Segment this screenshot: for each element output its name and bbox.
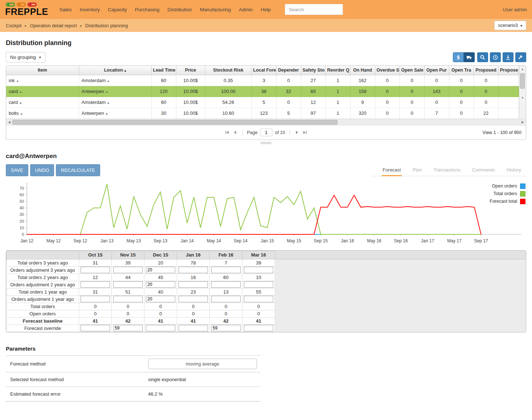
context-menu-caret-icon[interactable]: ▸	[108, 101, 110, 105]
grid-input-orders-adjustment-1-year-ago-mar-16[interactable]	[244, 296, 273, 302]
context-menu-caret-icon[interactable]: ▸	[106, 112, 108, 116]
column-header-open-pur[interactable]: Open Pur	[424, 66, 449, 75]
grid-input-orders-adjustment-2-years-ago-feb-16[interactable]	[211, 281, 241, 288]
context-menu-caret-icon[interactable]: ▸	[17, 79, 19, 83]
column-header-on-hand[interactable]: On Hand	[350, 66, 375, 75]
grid-month-header[interactable]: Nov 15	[112, 251, 144, 259]
search-input[interactable]	[285, 4, 343, 15]
nav-item-manufacturing[interactable]: Manufacturing	[196, 7, 235, 12]
grid-input-orders-adjustment-1-year-ago-feb-16[interactable]	[211, 296, 241, 302]
grid-input-orders-adjustment-1-year-ago-nov-15[interactable]	[113, 296, 143, 302]
scroll-right-icon[interactable]: ▶	[521, 121, 524, 124]
grid-input-orders-adjustment-2-years-ago-nov-15[interactable]	[113, 281, 143, 288]
grid-input-orders-adjustment-2-years-ago-mar-16[interactable]	[244, 281, 273, 288]
currency-button[interactable]: $	[453, 52, 464, 62]
tab-history[interactable]: History	[507, 167, 521, 173]
breadcrumb-item[interactable]: Cockpit	[6, 23, 21, 28]
grid-input-forecast-override-nov-15[interactable]	[113, 325, 143, 331]
context-menu-caret-icon[interactable]: ▸	[20, 90, 22, 94]
grid-input-orders-adjustment-2-years-ago-jan-16[interactable]	[179, 281, 208, 288]
tab-comments[interactable]: Comments	[472, 167, 495, 173]
column-header-propose[interactable]: Propose	[498, 66, 519, 75]
column-header-local-fore[interactable]: Local Fore	[251, 66, 276, 75]
nav-item-purchasing[interactable]: Purchasing	[131, 7, 164, 12]
forecast-method-button[interactable]: moving average	[148, 359, 257, 369]
first-page-button[interactable]	[224, 130, 230, 134]
grid-month-header[interactable]: Feb 16	[210, 251, 242, 259]
grid-input-orders-adjustment-3-years-ago-feb-16[interactable]	[211, 267, 241, 273]
nav-item-sales[interactable]: Sales	[56, 7, 76, 12]
table-row[interactable]: card▸Antwerpen▸12010.00$100.003832651158…	[6, 86, 519, 97]
vertical-scrollbar[interactable]: ▲ ▼	[519, 66, 526, 119]
tab-forecast[interactable]: Forecast	[382, 167, 401, 173]
recalculate-button[interactable]: RECALCULATE	[56, 164, 100, 176]
grid-input-orders-adjustment-3-years-ago-nov-15[interactable]	[113, 267, 143, 273]
table-row[interactable]: card▸Amsterdam▸6010.00$54.2650121900000	[6, 97, 519, 108]
grid-input-forecast-override-mar-16[interactable]	[244, 325, 273, 331]
prev-page-button[interactable]	[232, 130, 238, 134]
column-header-safety-sto[interactable]: Safety Sto	[301, 66, 326, 75]
column-header-depender[interactable]: Depender	[276, 66, 301, 75]
grouping-dropdown[interactable]: No grouping ▾	[6, 52, 45, 62]
column-header-stockout-risk[interactable]: Stockout Risk	[205, 66, 251, 75]
nav-item-inventory[interactable]: Inventory	[76, 7, 104, 12]
tab-transactions[interactable]: Transactions	[434, 167, 461, 173]
scroll-down-icon[interactable]: ▼	[521, 96, 524, 100]
scroll-left-icon[interactable]: ◀	[8, 121, 11, 124]
column-header-item[interactable]: Item	[6, 66, 79, 75]
grid-month-header[interactable]: Dec 15	[144, 251, 177, 259]
next-page-button[interactable]	[294, 130, 300, 134]
nav-item-help[interactable]: Help	[257, 7, 275, 12]
grid-input-forecast-override-feb-16[interactable]	[211, 325, 241, 331]
scenario-dropdown[interactable]: scenario3 ▾	[494, 21, 526, 30]
grid-input-orders-adjustment-2-years-ago-oct-15[interactable]	[81, 281, 110, 288]
grid-input-orders-adjustment-2-years-ago-dec-15[interactable]	[146, 281, 175, 288]
grid-input-orders-adjustment-1-year-ago-jan-16[interactable]	[179, 296, 208, 302]
grid-input-forecast-override-dec-15[interactable]	[146, 325, 175, 331]
grid-month-header[interactable]: Oct 15	[79, 251, 112, 259]
save-button[interactable]: SAVE	[6, 164, 28, 176]
grid-month-header[interactable]: Mar 16	[242, 251, 275, 259]
grid-input-orders-adjustment-3-years-ago-dec-15[interactable]	[146, 267, 175, 273]
nav-item-distribution[interactable]: Distribution	[163, 7, 196, 12]
table-row[interactable]: ink▸Amsterdam▸6010.00$0.353027116200000	[6, 75, 519, 86]
download-button[interactable]	[503, 52, 513, 62]
column-header-overdue-s[interactable]: Overdue S	[375, 66, 400, 75]
grid-input-orders-adjustment-1-year-ago-oct-15[interactable]	[81, 296, 110, 302]
grid-input-forecast-override-oct-15[interactable]	[81, 325, 110, 331]
column-header-open-sale[interactable]: Open Sale	[400, 66, 424, 75]
column-header-proposed[interactable]: Proposed	[474, 66, 498, 75]
horizontal-scrollbar[interactable]: ◀ ▶	[6, 119, 526, 126]
page-number-input[interactable]	[260, 129, 273, 136]
column-header-reorder-q[interactable]: Reorder Q	[326, 66, 350, 75]
breadcrumb-item[interactable]: Operation detail report	[30, 23, 77, 28]
context-menu-caret-icon[interactable]: ▸	[108, 79, 110, 83]
context-menu-caret-icon[interactable]: ▸	[21, 112, 22, 116]
vertical-scrollbar-thumb[interactable]	[520, 73, 525, 89]
grid-input-forecast-override-jan-16[interactable]	[179, 325, 208, 331]
frepple-logo[interactable]: FREPPLE	[5, 2, 48, 16]
horizontal-scrollbar-thumb[interactable]	[12, 120, 337, 125]
search-records-button[interactable]	[477, 52, 488, 62]
undo-button[interactable]: UNDO	[30, 164, 54, 176]
last-page-button[interactable]	[302, 130, 308, 134]
time-bucket-button[interactable]	[490, 52, 501, 62]
tab-plan[interactable]: Plan	[413, 167, 422, 173]
table-row[interactable]: bolts▸Antwerpen▸3010.00$10.6012359713200…	[6, 108, 519, 118]
grid-input-orders-adjustment-3-years-ago-oct-15[interactable]	[81, 267, 110, 273]
grid-input-orders-adjustment-1-year-ago-dec-15[interactable]	[146, 296, 175, 302]
column-header-lead-time[interactable]: Lead Time	[151, 66, 176, 75]
column-header-location[interactable]: Location▴	[79, 66, 151, 75]
panel-resize-handle[interactable]	[261, 142, 271, 144]
scroll-up-icon[interactable]: ▲	[521, 67, 524, 72]
customize-button[interactable]	[515, 52, 526, 62]
context-menu-caret-icon[interactable]: ▸	[20, 101, 22, 105]
grid-input-orders-adjustment-3-years-ago-mar-16[interactable]	[244, 267, 273, 273]
column-header-open-tra[interactable]: Open Tra	[449, 66, 474, 75]
nav-item-admin[interactable]: Admin	[235, 7, 257, 12]
grid-month-header[interactable]: Jan 16	[177, 251, 210, 259]
user-menu[interactable]: User admin	[503, 7, 527, 12]
context-menu-caret-icon[interactable]: ▸	[106, 90, 108, 94]
grid-input-orders-adjustment-3-years-ago-jan-16[interactable]	[179, 267, 208, 273]
column-header-price[interactable]: Price	[176, 66, 205, 75]
